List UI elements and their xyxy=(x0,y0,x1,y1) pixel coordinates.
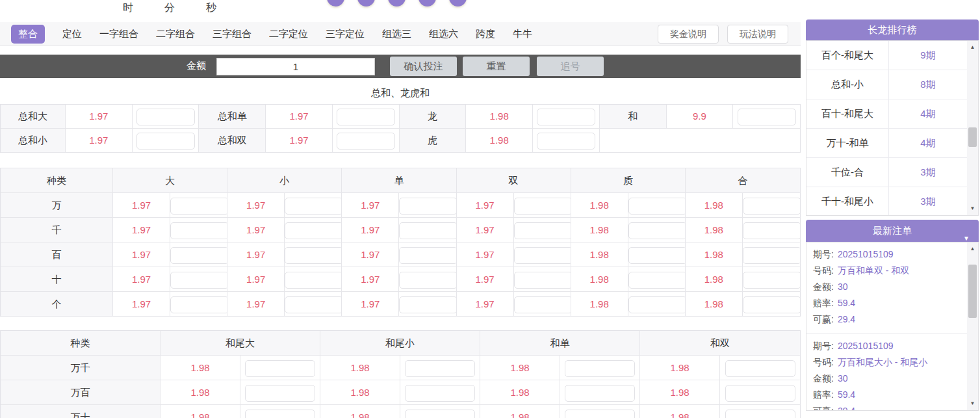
tab-2[interactable]: 定位 xyxy=(62,28,82,40)
rankings-scrollbar[interactable]: ▲ ▼ xyxy=(967,41,978,215)
scrollbar-thumb[interactable] xyxy=(968,127,977,147)
bet-amount-field[interactable] xyxy=(514,247,571,264)
tab-9[interactable]: 组选六 xyxy=(429,28,458,40)
odds-value: 1.97 xyxy=(227,292,285,317)
tab-5[interactable]: 三字组合 xyxy=(213,28,251,40)
bet-amount-field[interactable] xyxy=(136,109,195,125)
row-label: 万千 xyxy=(1,356,161,380)
bet-amount-field[interactable] xyxy=(245,360,315,377)
tab-4[interactable]: 二字组合 xyxy=(156,28,195,40)
column-header: 单 xyxy=(342,168,456,193)
reset-button[interactable]: 重置 xyxy=(463,57,530,76)
bet-amount-field[interactable] xyxy=(743,247,800,264)
bet-field-label: 号码: xyxy=(813,265,834,276)
bet-amount-field[interactable] xyxy=(565,360,635,377)
bet-amount-field[interactable] xyxy=(743,198,800,215)
bet-input-cell xyxy=(285,218,342,242)
bet-amount-field[interactable] xyxy=(245,410,315,418)
bet-amount-field[interactable] xyxy=(285,247,342,264)
tab-6[interactable]: 二字定位 xyxy=(269,28,308,40)
bet-amount-field[interactable] xyxy=(285,222,342,239)
bet-amount-field[interactable] xyxy=(285,296,342,313)
bet-input-cell xyxy=(628,292,686,317)
bet-amount-field[interactable] xyxy=(628,247,686,264)
bet-amount-field[interactable] xyxy=(514,222,571,239)
bet-amount-field[interactable] xyxy=(285,272,342,289)
odds-value: 1.98 xyxy=(571,267,628,292)
bet-amount-field[interactable] xyxy=(170,247,227,264)
bet-amount-field[interactable] xyxy=(170,198,227,215)
bet-amount-field[interactable] xyxy=(743,296,800,313)
bet-amount-field[interactable] xyxy=(337,109,395,125)
bet-input-cell xyxy=(720,356,800,380)
ranking-name: 千十-和尾小 xyxy=(806,187,889,216)
odds-value: 1.97 xyxy=(227,267,285,292)
bet-amount-field[interactable] xyxy=(537,133,595,150)
confirm-bet-button[interactable]: 确认投注 xyxy=(390,57,457,76)
bet-amount-field[interactable] xyxy=(399,198,456,215)
bet-input-cell xyxy=(743,292,800,317)
latest-bets-list: 期号:20251015109号码:万百和单双 - 和双金额:30赔率:59.4可… xyxy=(806,242,979,411)
bet-input-cell xyxy=(285,267,342,292)
bet-amount-field[interactable] xyxy=(725,385,795,402)
empty-cell xyxy=(600,129,800,153)
table-row: 个1.971.971.971.971.981.98 xyxy=(1,292,800,317)
bet-amount-field[interactable] xyxy=(399,296,456,313)
scroll-down-arrow-icon[interactable]: ▼ xyxy=(967,398,978,409)
tab-1[interactable]: 整合 xyxy=(11,25,45,44)
prize-info-button[interactable]: 奖金说明 xyxy=(658,25,719,44)
bet-amount-field[interactable] xyxy=(514,198,571,215)
latest-bets-scrollbar[interactable]: ▲ ▼ xyxy=(967,242,978,410)
ranking-name: 千位-合 xyxy=(806,158,889,187)
column-header: 和尾大 xyxy=(161,331,320,356)
rules-info-button[interactable]: 玩法说明 xyxy=(727,25,788,44)
bet-amount-field[interactable] xyxy=(136,133,195,150)
tab-7[interactable]: 三字定位 xyxy=(326,28,365,40)
bet-amount-field[interactable] xyxy=(743,222,800,239)
bet-amount-field[interactable] xyxy=(285,198,342,215)
bet-input-cell xyxy=(170,218,227,242)
odds-value: 9.9 xyxy=(667,105,734,129)
bet-amount-field[interactable] xyxy=(405,385,475,402)
odds-value: 1.98 xyxy=(480,356,560,380)
bet-amount-field[interactable] xyxy=(170,272,227,289)
bet-amount-field[interactable] xyxy=(337,133,395,150)
amount-label: 金额 xyxy=(187,60,206,72)
bet-amount-field[interactable] xyxy=(725,410,795,418)
table-row: 万百1.981.981.981.98 xyxy=(1,380,800,405)
scroll-up-arrow-icon[interactable]: ▲ xyxy=(967,244,978,254)
bet-amount-field[interactable] xyxy=(399,272,456,289)
bet-amount-field[interactable] xyxy=(405,410,475,418)
bet-option-label: 虎 xyxy=(400,129,467,153)
bet-amount-field[interactable] xyxy=(399,247,456,264)
bet-entry-line: 赔率:59.4 xyxy=(813,387,962,403)
scroll-down-arrow-icon[interactable]: ▼ xyxy=(967,203,978,214)
chase-button[interactable]: 追号 xyxy=(537,57,604,76)
bet-amount-field[interactable] xyxy=(565,410,635,418)
bet-amount-field[interactable] xyxy=(170,296,227,313)
bet-amount-field[interactable] xyxy=(399,222,456,239)
table-row: 千1.971.971.971.971.981.98 xyxy=(1,218,800,242)
bet-amount-field[interactable] xyxy=(514,296,571,313)
odds-value: 1.97 xyxy=(113,267,170,292)
bet-amount-field[interactable] xyxy=(170,222,227,239)
bet-amount-field[interactable] xyxy=(628,272,686,289)
bet-amount-field[interactable] xyxy=(405,360,475,377)
tab-3[interactable]: 一字组合 xyxy=(99,28,138,40)
bet-amount-field[interactable] xyxy=(743,272,800,289)
tab-10[interactable]: 跨度 xyxy=(476,28,495,40)
amount-input[interactable] xyxy=(216,58,375,75)
tab-11[interactable]: 牛牛 xyxy=(513,28,532,40)
bet-amount-field[interactable] xyxy=(537,109,595,125)
bet-amount-field[interactable] xyxy=(738,109,796,125)
bet-amount-field[interactable] xyxy=(628,198,686,215)
bet-amount-field[interactable] xyxy=(245,385,315,402)
bet-amount-field[interactable] xyxy=(514,272,571,289)
scroll-up-arrow-icon[interactable]: ▲ xyxy=(967,42,978,53)
tab-8[interactable]: 组选三 xyxy=(382,28,411,40)
bet-amount-field[interactable] xyxy=(725,360,795,377)
bet-amount-field[interactable] xyxy=(565,385,635,402)
scrollbar-thumb[interactable] xyxy=(968,265,977,318)
bet-amount-field[interactable] xyxy=(628,222,686,239)
bet-amount-field[interactable] xyxy=(628,296,686,313)
